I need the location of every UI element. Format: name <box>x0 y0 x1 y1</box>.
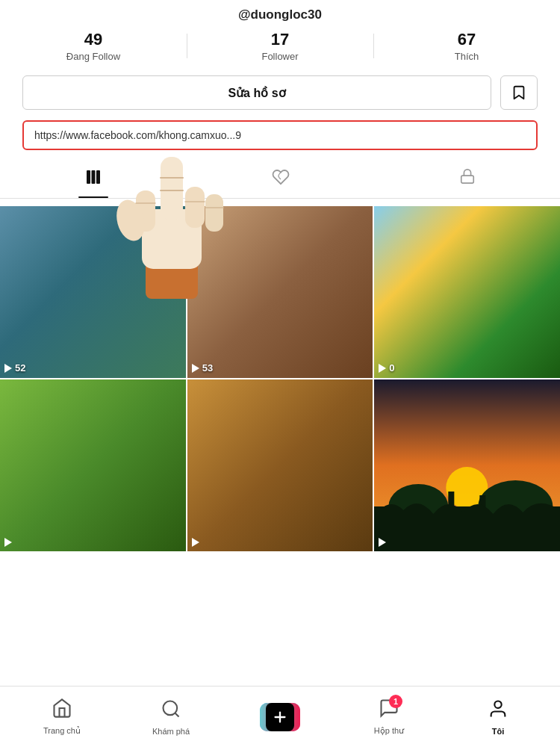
home-icon <box>52 698 72 724</box>
nav-profile-label: Tôi <box>492 727 505 736</box>
video-item-3[interactable]: 0 <box>374 206 560 378</box>
svg-point-27 <box>494 701 501 707</box>
tab-grid[interactable] <box>62 164 125 198</box>
buttons-row: Sửa hồ sơ <box>0 69 560 116</box>
phone-frame: @duongloc30 49 Đang Follow 17 Follower 6… <box>0 0 560 747</box>
video-item-2[interactable]: 53 <box>187 206 373 378</box>
inbox-badge: 1 <box>389 695 402 708</box>
following-count: 49 <box>0 30 187 49</box>
likes-count: 67 <box>373 30 560 49</box>
nav-add[interactable] <box>225 703 335 731</box>
video-item-4[interactable] <box>0 379 186 551</box>
nav-profile[interactable]: Tôi <box>444 698 553 736</box>
nav-explore[interactable]: Khám phá <box>116 698 225 736</box>
search-icon <box>161 698 181 725</box>
video-item-1[interactable]: 52 <box>0 206 186 378</box>
play-icon-6 <box>379 538 386 547</box>
play-icon-2 <box>192 364 199 373</box>
inbox-icon-wrapper: 1 <box>379 698 399 724</box>
stats-row: 49 Đang Follow 17 Follower 67 Thích <box>0 27 560 69</box>
bookmark-button[interactable] <box>500 75 538 110</box>
nav-home-label: Trang chủ <box>43 726 81 736</box>
followers-label: Follower <box>187 51 373 62</box>
bottom-nav: Trang chủ Khám phá <box>0 686 560 747</box>
sunset-graphic <box>374 379 560 551</box>
add-button[interactable] <box>260 703 300 731</box>
stat-followers[interactable]: 17 Follower <box>187 30 373 62</box>
play-icon-1 <box>4 364 12 373</box>
nav-explore-label: Khám phá <box>152 727 190 736</box>
nav-inbox-label: Hộp thư <box>374 726 404 736</box>
stat-following[interactable]: 49 Đang Follow <box>0 30 187 62</box>
following-label: Đang Follow <box>0 51 187 62</box>
svg-rect-2 <box>96 170 100 184</box>
svg-rect-1 <box>92 170 96 184</box>
svg-point-23 <box>164 701 178 715</box>
svg-line-24 <box>175 713 178 716</box>
profile-section: @duongloc30 49 Đang Follow 17 Follower 6… <box>0 0 560 206</box>
play-count-3: 0 <box>379 362 394 374</box>
tab-private[interactable] <box>437 164 498 198</box>
play-icon-4 <box>4 538 12 547</box>
play-count-2: 53 <box>192 362 213 374</box>
username: @duongloc30 <box>0 0 560 27</box>
followers-count: 17 <box>187 30 373 49</box>
play-count-1: 52 <box>4 362 25 374</box>
video-item-6[interactable] <box>374 379 560 551</box>
play-icon-3 <box>379 364 386 373</box>
edit-profile-button[interactable]: Sửa hồ sơ <box>22 75 491 110</box>
stat-likes[interactable]: 67 Thích <box>373 30 560 62</box>
add-button-inner <box>266 703 294 731</box>
facebook-link-box[interactable]: https://www.facebook.com/khong.camxuo...… <box>22 120 538 150</box>
heart-liked-icon <box>272 168 290 186</box>
svg-rect-3 <box>461 176 473 183</box>
video-item-5[interactable] <box>187 379 373 551</box>
lock-icon <box>459 168 476 185</box>
user-icon <box>488 698 508 719</box>
tab-row <box>0 158 560 199</box>
svg-rect-0 <box>87 170 90 184</box>
grid-icon <box>84 168 102 186</box>
profile-icon <box>488 698 508 725</box>
facebook-url: https://www.facebook.com/khong.camxuo...… <box>34 129 241 141</box>
tab-liked[interactable] <box>249 164 312 198</box>
play-count-6 <box>379 538 389 547</box>
nav-inbox[interactable]: 1 Hộp thư <box>335 698 444 736</box>
bookmark-icon <box>511 84 527 101</box>
play-count-5 <box>192 538 202 547</box>
play-icon-5 <box>192 538 199 547</box>
likes-label: Thích <box>373 51 560 62</box>
video-grid: 52 53 0 <box>0 206 560 551</box>
play-count-4 <box>4 538 15 547</box>
nav-home[interactable]: Trang chủ <box>7 698 116 736</box>
